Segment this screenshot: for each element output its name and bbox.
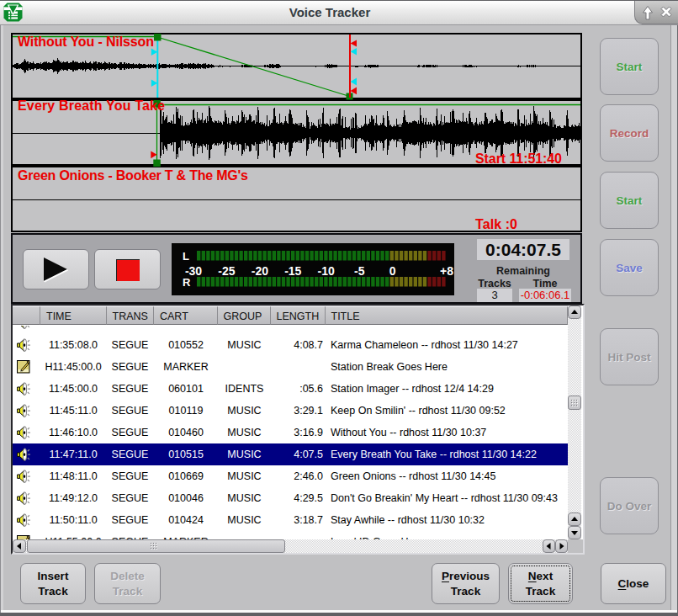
svg-text:R: R <box>183 276 191 289</box>
svg-text:-15: -15 <box>284 264 301 278</box>
svg-text:-10: -10 <box>318 264 335 278</box>
svg-text:0: 0 <box>389 264 396 278</box>
svg-text:Talk :0: Talk :0 <box>475 217 517 231</box>
svg-text:Green Onions - Booker T & The: Green Onions - Booker T & The MG's <box>18 168 248 183</box>
svg-text:Every Breath You Take: Every Breath You Take <box>18 98 165 113</box>
svg-text:Start 11:51:40: Start 11:51:40 <box>475 151 562 166</box>
svg-text:Without You - Nilsson: Without You - Nilsson <box>18 35 154 49</box>
svg-text:-5: -5 <box>354 264 365 278</box>
svg-text:-25: -25 <box>218 264 235 278</box>
svg-text:L: L <box>183 250 189 263</box>
svg-text:-30: -30 <box>185 264 202 278</box>
svg-text:+8: +8 <box>440 264 453 278</box>
svg-text:-20: -20 <box>252 264 268 278</box>
